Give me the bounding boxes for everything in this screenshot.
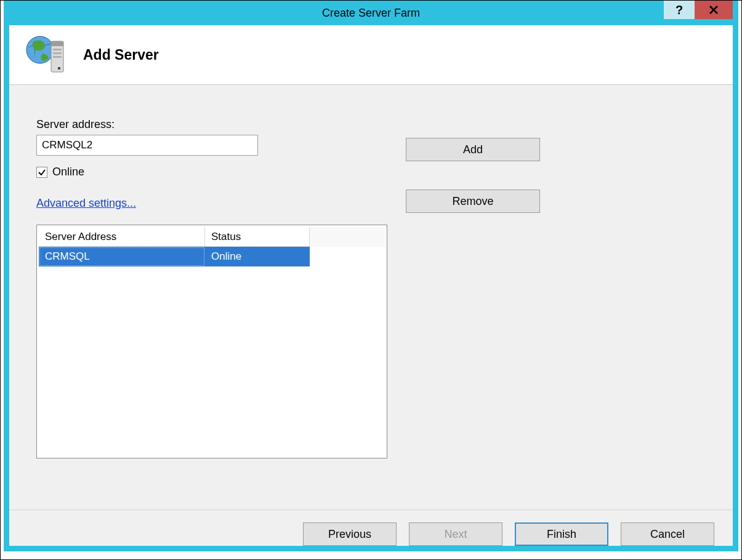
checkmark-icon bbox=[38, 168, 46, 177]
column-header-status[interactable]: Status bbox=[205, 227, 310, 247]
next-button: Next bbox=[409, 522, 502, 546]
titlebar: Create Server Farm ? bbox=[9, 1, 733, 25]
table-row[interactable]: CRMSQL Online bbox=[39, 247, 385, 266]
online-checkbox-label: Online bbox=[52, 166, 84, 178]
listview-header-row: Server Address Status bbox=[39, 227, 385, 247]
wizard-content: Server address: Online Advanced settings… bbox=[9, 85, 733, 510]
cell-server-address: CRMSQL bbox=[39, 247, 205, 266]
wizard-header: Add Server bbox=[9, 25, 733, 85]
finish-button[interactable]: Finish bbox=[515, 522, 608, 546]
window-controls: ? bbox=[664, 1, 733, 19]
column-header-address[interactable]: Server Address bbox=[39, 227, 205, 247]
cancel-button[interactable]: Cancel bbox=[621, 522, 714, 546]
window-title: Create Server Farm bbox=[322, 7, 420, 20]
server-globe-icon bbox=[24, 33, 68, 77]
help-button[interactable]: ? bbox=[664, 1, 695, 19]
advanced-settings-link[interactable]: Advanced settings... bbox=[36, 197, 136, 210]
svg-rect-4 bbox=[53, 49, 62, 50]
close-button[interactable] bbox=[695, 1, 733, 19]
close-icon bbox=[708, 4, 719, 15]
server-address-label: Server address: bbox=[36, 118, 381, 131]
dialog-window: Create Server Farm ? bbox=[4, 1, 738, 551]
wizard-footer: Previous Next Finish Cancel bbox=[9, 510, 733, 546]
add-button[interactable]: Add bbox=[406, 138, 540, 161]
svg-rect-7 bbox=[58, 67, 60, 70]
svg-rect-5 bbox=[53, 52, 62, 54]
page-title: Add Server bbox=[83, 47, 159, 63]
online-checkbox[interactable] bbox=[36, 167, 47, 178]
remove-button[interactable]: Remove bbox=[406, 190, 540, 213]
svg-rect-3 bbox=[51, 41, 63, 46]
cell-status: Online bbox=[205, 247, 310, 266]
svg-rect-6 bbox=[53, 56, 62, 58]
server-address-input[interactable] bbox=[36, 135, 258, 156]
servers-listview[interactable]: Server Address Status CRMSQL Online bbox=[36, 225, 387, 458]
previous-button[interactable]: Previous bbox=[303, 522, 397, 546]
